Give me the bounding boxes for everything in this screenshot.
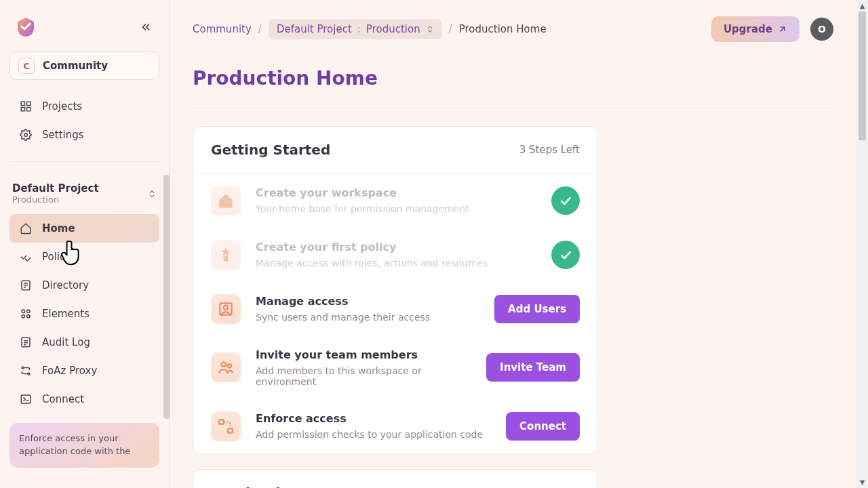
enforce-step-icon [211, 411, 241, 441]
crumb-page: Production Home [459, 23, 547, 35]
scroll-track[interactable] [856, 140, 868, 476]
nav-label: Audit Log [42, 336, 90, 348]
scroll-down-icon[interactable]: ▼ [856, 476, 868, 488]
page-title: Production Home [170, 55, 856, 95]
card-title: Getting Started [211, 142, 330, 158]
nav-label: FoAz Proxy [42, 365, 97, 377]
step-invite-team: Invite your team members Add members to … [193, 336, 597, 399]
step-manage-access: Manage access Sync users and manage thei… [193, 282, 597, 336]
scroll-up-icon[interactable]: ▲ [856, 0, 868, 12]
policy-step-icon [211, 240, 241, 270]
nav-label: Projects [42, 100, 82, 113]
crumb-env: Production [366, 23, 420, 35]
sidebar: C Community Projects Settings Default Pr… [0, 0, 170, 488]
step-title: Create your workspace [256, 186, 536, 199]
svg-point-9 [22, 310, 25, 313]
svg-point-24 [224, 305, 229, 310]
step-title: Create your first policy [256, 241, 536, 253]
team-step-icon [211, 352, 241, 382]
step-desc: Manage access with roles, actions and re… [256, 258, 536, 268]
selector-chevron-icon [426, 25, 434, 33]
nav-home[interactable]: Home [9, 214, 159, 243]
project-env: Production [12, 195, 99, 205]
step-desc: Sync users and manage their access [256, 312, 479, 323]
upgrade-button[interactable]: Upgrade [711, 16, 800, 42]
scroll-thumb[interactable] [859, 12, 866, 140]
nav-settings[interactable]: Settings [9, 121, 159, 149]
nav-policy[interactable]: Policy [9, 243, 159, 271]
nav-label: Connect [42, 393, 84, 405]
workspace-selector[interactable]: C Community [9, 52, 159, 80]
step-create-workspace: Create your workspace Your home base for… [193, 174, 597, 228]
step-title: Enforce access [256, 412, 491, 425]
nav-projects[interactable]: Projects [9, 92, 159, 121]
page-scrollbar[interactable]: ▲ ▼ [856, 0, 868, 488]
elements-icon [19, 307, 33, 321]
invite-team-button[interactable]: Invite Team [486, 353, 580, 382]
svg-rect-0 [21, 102, 24, 105]
svg-point-25 [222, 362, 226, 367]
proxy-icon [19, 364, 33, 378]
workspace-step-icon [211, 186, 241, 216]
upgrade-label: Upgrade [724, 23, 772, 35]
nav-foaz-proxy[interactable]: FoAz Proxy [9, 357, 159, 385]
nav-label: Policy [42, 251, 71, 263]
gear-icon [19, 128, 33, 142]
external-link-icon [778, 24, 787, 34]
policy-icon [19, 250, 33, 264]
svg-point-12 [27, 315, 31, 319]
project-name: Default Project [12, 182, 99, 195]
svg-point-4 [24, 134, 28, 137]
app-logo [14, 15, 38, 39]
crumb-project-env[interactable]: Default Project : Production [269, 19, 442, 39]
nav-audit-log[interactable]: Audit Log [9, 328, 159, 357]
step-title: Invite your team members [256, 348, 471, 361]
breadcrumb: Community / Default Project : Production… [193, 19, 547, 39]
step-enforce-access: Enforce access Add permission checks to … [193, 399, 597, 453]
check-icon [551, 186, 580, 215]
step-desc: Your home base for permission management [256, 203, 536, 214]
connect-button[interactable]: Connect [506, 412, 580, 441]
step-desc: Add members to this workspace or environ… [256, 365, 471, 387]
collapse-sidebar-button[interactable] [136, 18, 155, 37]
nav-connect[interactable]: Connect [9, 385, 159, 413]
main-content: Community / Default Project : Production… [170, 0, 856, 488]
promo-card[interactable]: Enforce access in your application code … [9, 423, 159, 468]
promo-text: Enforce access in your application code … [19, 433, 130, 456]
home-icon [19, 222, 33, 235]
project-selector[interactable]: Default Project Production [5, 178, 163, 209]
user-avatar[interactable]: O [810, 18, 833, 41]
workspace-name: Community [43, 60, 108, 72]
crumb-root[interactable]: Community [193, 23, 252, 35]
nav-directory[interactable]: Directory [9, 271, 159, 300]
workspace-badge: C [18, 58, 35, 74]
svg-rect-1 [27, 102, 31, 105]
svg-rect-22 [224, 256, 229, 262]
svg-rect-2 [21, 108, 24, 111]
nav-label: Elements [42, 308, 90, 320]
svg-point-10 [27, 310, 31, 313]
step-title: Manage access [256, 295, 479, 308]
nav-elements[interactable]: Elements [9, 300, 159, 328]
selector-chevron-icon [147, 189, 157, 199]
divider [193, 108, 833, 108]
svg-rect-27 [219, 420, 224, 424]
nav-label: Directory [42, 279, 89, 291]
users-step-icon [211, 294, 241, 324]
svg-point-11 [22, 315, 25, 319]
svg-point-26 [228, 364, 231, 367]
sidebar-scrollbar[interactable] [163, 175, 170, 419]
add-users-button[interactable]: Add Users [494, 295, 580, 323]
directory-icon [19, 279, 33, 292]
step-desc: Add permission checks to your applicatio… [256, 429, 491, 440]
grid-icon [19, 100, 33, 113]
terminal-icon [19, 392, 33, 406]
audit-log-icon [19, 336, 33, 349]
crumb-separator: / [449, 23, 452, 35]
avatar-initial: O [818, 24, 826, 35]
step-create-policy: Create your first policy Manage access w… [193, 228, 597, 282]
getting-started-card: Getting Started 3 Steps Left Create your… [193, 126, 598, 454]
nav-label: Home [42, 222, 75, 235]
crumb-separator: / [258, 23, 262, 35]
steps-left: 3 Steps Left [519, 144, 580, 156]
